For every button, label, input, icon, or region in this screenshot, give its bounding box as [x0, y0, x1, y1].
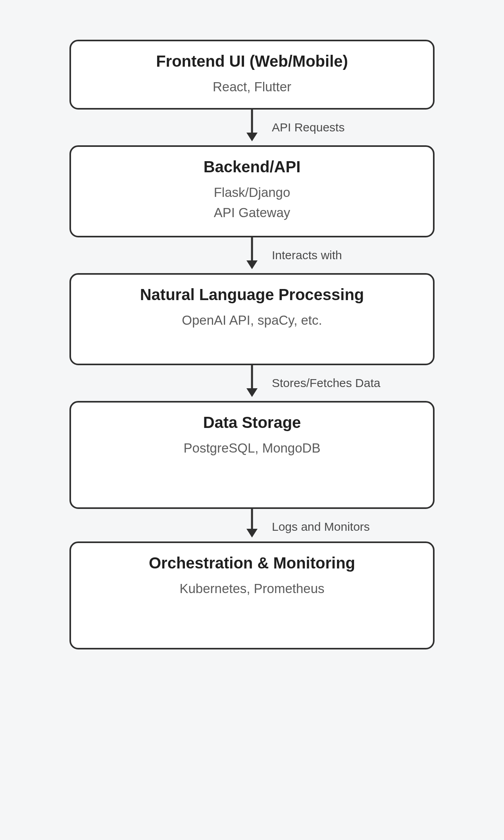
node-subtitle: PostgreSQL, MongoDB	[81, 438, 423, 458]
arrow-down-icon	[246, 133, 258, 141]
node-subtitle: API Gateway	[81, 202, 423, 223]
arrow-down-icon	[246, 260, 258, 269]
edge-label: Interacts with	[272, 249, 342, 262]
node-backend: Backend/API Flask/Django API Gateway	[69, 145, 435, 237]
node-title: Data Storage	[81, 414, 423, 432]
arrow-shaft	[251, 110, 253, 134]
node-title: Frontend UI (Web/Mobile)	[81, 52, 423, 70]
node-orchestration: Orchestration & Monitoring Kubernetes, P…	[69, 541, 435, 649]
connector-arrow: Logs and Monitors	[69, 509, 435, 541]
node-nlp: Natural Language Processing OpenAI API, …	[69, 273, 435, 365]
node-title: Natural Language Processing	[81, 286, 423, 304]
connector-arrow: Interacts with	[69, 237, 435, 273]
arrow-shaft	[251, 365, 253, 390]
arrow-down-icon	[246, 388, 258, 397]
edge-label: API Requests	[272, 121, 344, 134]
edge-label: Logs and Monitors	[272, 520, 370, 534]
arrow-shaft	[251, 237, 253, 262]
node-subtitle: Flask/Django	[81, 182, 423, 202]
node-subtitle: OpenAI API, spaCy, etc.	[81, 310, 423, 330]
node-subtitle: React, Flutter	[81, 77, 423, 97]
node-title: Backend/API	[81, 158, 423, 176]
arrow-down-icon	[246, 529, 258, 538]
node-frontend: Frontend UI (Web/Mobile) React, Flutter	[69, 40, 435, 110]
edge-label: Stores/Fetches Data	[272, 376, 380, 390]
diagram-column: Frontend UI (Web/Mobile) React, Flutter …	[56, 40, 448, 649]
node-storage: Data Storage PostgreSQL, MongoDB	[69, 401, 435, 509]
connector-arrow: Stores/Fetches Data	[69, 365, 435, 401]
connector-arrow: API Requests	[69, 110, 435, 145]
node-subtitle: Kubernetes, Prometheus	[81, 578, 423, 599]
arrow-shaft	[251, 509, 253, 530]
diagram-canvas: Frontend UI (Web/Mobile) React, Flutter …	[0, 0, 504, 840]
node-title: Orchestration & Monitoring	[81, 554, 423, 572]
